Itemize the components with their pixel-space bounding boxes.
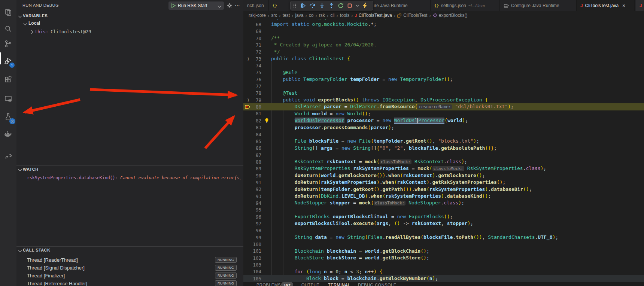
- code-line-70[interactable]: 70/**: [243, 35, 644, 42]
- code-editor[interactable]: 67import static org.junit.Assert.*;68imp…: [243, 14, 644, 282]
- line-number[interactable]: 78: [252, 90, 261, 96]
- code-line-77[interactable]: 77: [243, 83, 644, 89]
- line-number[interactable]: 71: [252, 42, 261, 48]
- editor-tab-configure-java-runtime[interactable]: Configure Java Runtime: [500, 0, 577, 11]
- editor-tab-clitoolstest-java[interactable]: JCliToolsTest.java×: [577, 0, 635, 11]
- code-line-89[interactable]: 89 RskSystemProperties rskSystemProperti…: [243, 165, 644, 172]
- activity-bar-item-gradle[interactable]: [0, 149, 16, 164]
- call-stack-thread[interactable]: Thread [Signal Dispatcher]RUNNING: [16, 264, 243, 272]
- watch-expression-row[interactable]: rskSystemProperties.databaseKind(): Cann…: [27, 175, 240, 180]
- code-line-79[interactable]: )79 public void exportBlocks() throws IO…: [243, 97, 644, 103]
- code-line-72[interactable]: 72 */: [243, 49, 644, 55]
- code-line-69[interactable]: 69: [243, 28, 644, 35]
- line-number[interactable]: 73: [252, 56, 261, 62]
- call-stack-thread[interactable]: Thread [Finalizer]RUNNING: [16, 272, 243, 280]
- stop-button[interactable]: [347, 3, 352, 8]
- code-line-97[interactable]: 97 exportBlocksCliTool.execute(args, () …: [243, 220, 644, 227]
- line-number[interactable]: 92: [252, 186, 261, 192]
- watch-section-header[interactable]: WATCH: [19, 167, 39, 171]
- code-line-98[interactable]: 98: [243, 227, 644, 234]
- code-line-88[interactable]: 88 RskContext rskContext = mock(classToM…: [243, 158, 644, 165]
- hot-code-replace-button[interactable]: [362, 3, 367, 9]
- editor-tab-igure-java-runtime[interactable]: igure Java Runtime: [365, 0, 431, 11]
- code-line-82[interactable]: 82 WorldDslProcessor processor = new Wor…: [243, 117, 644, 124]
- code-line-91[interactable]: 91 doReturn(rskSystemProperties).when(rs…: [243, 179, 644, 186]
- restart-button[interactable]: [338, 3, 344, 9]
- line-number[interactable]: 102: [252, 255, 261, 261]
- breadcrumb-item[interactable]: co: [309, 13, 314, 18]
- fold-marker[interactable]: ): [245, 56, 252, 62]
- line-number[interactable]: 89: [252, 166, 261, 171]
- panel-tab-debug-console[interactable]: DEBUG CONSOLE: [358, 283, 396, 286]
- line-number[interactable]: 96: [252, 214, 261, 220]
- code-line-84[interactable]: 84: [243, 131, 644, 138]
- step-over-button[interactable]: [309, 3, 316, 9]
- line-number[interactable]: 85: [252, 139, 261, 144]
- drag-grip-button[interactable]: [293, 3, 297, 9]
- code-line-68[interactable]: 68import static org.mockito.Mockito.*;: [243, 21, 644, 28]
- line-number[interactable]: 94: [252, 200, 261, 206]
- more-actions-icon[interactable]: ⋯: [235, 2, 240, 8]
- breadcrumb-item[interactable]: rskj-core: [249, 13, 266, 18]
- line-number[interactable]: 79: [252, 97, 261, 103]
- line-number[interactable]: 91: [252, 180, 261, 185]
- line-number[interactable]: 87: [252, 152, 261, 158]
- line-number[interactable]: 100: [252, 241, 261, 247]
- code-line-87[interactable]: 87: [243, 152, 644, 158]
- call-stack-thread[interactable]: Thread [Reference Handler]RUNNING: [16, 280, 243, 286]
- breadcrumb-item[interactable]: java: [295, 13, 303, 18]
- code-line-92[interactable]: 92 doReturn(tempFolder.getRoot().getPath…: [243, 186, 644, 193]
- code-line-96[interactable]: 96 ExportBlocks exportBlocksCliTool = ne…: [243, 213, 644, 220]
- code-line-74[interactable]: 74: [243, 62, 644, 69]
- line-number[interactable]: 75: [252, 70, 261, 75]
- line-number[interactable]: 98: [252, 228, 261, 233]
- code-line-71[interactable]: 71 * Created by ajlopez on 26/04/2020.: [243, 42, 644, 48]
- line-number[interactable]: 103: [252, 262, 261, 268]
- code-line-100[interactable]: 100: [243, 241, 644, 247]
- line-number[interactable]: 72: [252, 49, 261, 55]
- code-line-102[interactable]: 102 BlockStore blockStore = world.getBlo…: [243, 255, 644, 261]
- stop-chevron-button[interactable]: [356, 4, 359, 7]
- debug-current-line-icon[interactable]: [245, 104, 252, 109]
- close-icon[interactable]: ×: [622, 3, 625, 9]
- line-number[interactable]: 86: [252, 145, 261, 151]
- code-line-86[interactable]: 86 String[] args = new String[]{"0", "2"…: [243, 145, 644, 152]
- code-line-80[interactable]: 80 DslParser parser = DslParser.fromReso…: [243, 103, 644, 110]
- code-line-95[interactable]: 95: [243, 207, 644, 213]
- variables-section-header[interactable]: VARIABLES: [19, 13, 48, 18]
- code-line-76[interactable]: 76 public TemporaryFolder tempFolder = n…: [243, 76, 644, 83]
- breadcrumb-item[interactable]: cli: [330, 13, 334, 18]
- line-number[interactable]: 93: [252, 194, 261, 199]
- panel-tab-terminal[interactable]: TERMINAL: [328, 283, 350, 286]
- panel-tab-problems[interactable]: PROBLEMS: [256, 283, 281, 286]
- activity-bar-item-source-control[interactable]: [0, 36, 16, 51]
- editor-tab-settings-json[interactable]: {}settings.json~/.../User: [431, 0, 500, 11]
- line-number[interactable]: 90: [252, 173, 261, 179]
- activity-bar-item-explorer[interactable]: [0, 5, 16, 20]
- activity-bar-item-docker[interactable]: [0, 127, 16, 142]
- line-number[interactable]: 69: [252, 28, 261, 34]
- breadcrumb-item[interactable]: tools: [340, 13, 349, 18]
- variable-this-row[interactable]: this: CliToolsTest@29: [30, 29, 91, 34]
- call-stack-thread[interactable]: Thread [ReaderThread]RUNNING: [16, 256, 243, 264]
- gear-icon[interactable]: [227, 3, 233, 9]
- continue-button[interactable]: [300, 3, 306, 9]
- code-line-75[interactable]: 75 @Rule: [243, 69, 644, 76]
- code-line-103[interactable]: 103: [243, 261, 644, 268]
- breadcrumb-item[interactable]: exportBlocks(): [433, 13, 468, 18]
- line-number[interactable]: 83: [252, 125, 261, 130]
- line-number[interactable]: 104: [252, 269, 261, 274]
- run-configuration-button[interactable]: Run RSK Start: [168, 1, 224, 10]
- breadcrumb-item[interactable]: rsk: [319, 13, 325, 18]
- line-number[interactable]: 101: [252, 248, 261, 254]
- code-line-73[interactable]: )73public class CliToolsTest {: [243, 55, 644, 62]
- line-number[interactable]: 95: [252, 207, 261, 213]
- editor-tab[interactable]: J: [636, 0, 644, 11]
- call-stack-section-header[interactable]: CALL STACK: [19, 248, 50, 252]
- code-line-105[interactable]: 105 Block block = blockchain.getBlockByN…: [243, 275, 644, 282]
- panel-tab-output[interactable]: OUTPUT: [301, 283, 319, 286]
- code-line-90[interactable]: 90 doReturn(world.getBlockStore()).when(…: [243, 172, 644, 179]
- line-number[interactable]: 80: [252, 104, 261, 110]
- code-line-85[interactable]: 85 File blocksFile = new File(tempFolder…: [243, 138, 644, 144]
- editor-tab-nch-json[interactable]: nch.json: [243, 0, 269, 11]
